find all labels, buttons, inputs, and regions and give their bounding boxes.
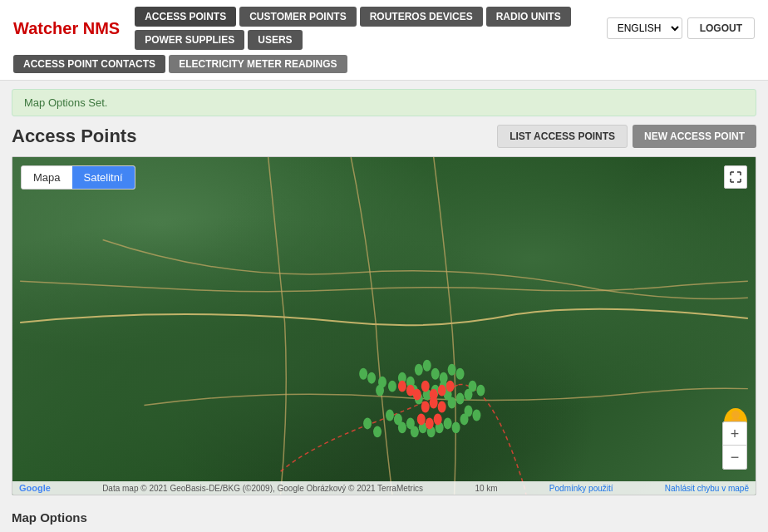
map-options-section: Map Options	[12, 504, 756, 531]
nav-access-points[interactable]: ACCESS POINTS	[135, 7, 236, 27]
page-header: Access Points LIST ACCESS POINTS NEW ACC…	[12, 125, 756, 148]
nav-customer-points[interactable]: CUSTOMER POINTS	[239, 7, 356, 27]
page-actions: LIST ACCESS POINTS NEW ACCESS POINT	[497, 125, 756, 148]
map-attribution-text: Data map © 2021 GeoBasis-DE/BKG (©2009),…	[102, 484, 423, 493]
map-background	[12, 157, 756, 495]
logo-text: Watcher	[13, 19, 78, 37]
page-title: Access Points	[12, 126, 136, 147]
sub-nav-electricity[interactable]: ELECTRICITY METER READINGS	[169, 55, 347, 73]
zoom-in-button[interactable]: +	[723, 422, 746, 446]
map-conditions[interactable]: Podmínky použití	[549, 484, 613, 493]
header-right: ENGLISH CZECH LOGOUT	[607, 17, 755, 39]
map-scale: 10 km	[475, 484, 497, 493]
nav-power-supplies[interactable]: POWER SUPPLIES	[135, 30, 244, 50]
header-top: Watcher NMS ACCESS POINTS CUSTOMER POINT…	[13, 7, 755, 50]
main-nav: ACCESS POINTS CUSTOMER POINTS ROUTEROS D…	[135, 7, 599, 50]
svg-point-54	[731, 411, 740, 419]
zoom-out-button[interactable]: −	[723, 446, 746, 469]
main-content: Access Points LIST ACCESS POINTS NEW ACC…	[12, 125, 756, 531]
sub-nav: ACCESS POINT CONTACTS ELECTRICITY METER …	[13, 55, 755, 73]
map-attribution: Google Data map © 2021 GeoBasis-DE/BKG (…	[12, 481, 756, 495]
map-report-error[interactable]: Nahlásit chybu v mapě	[665, 484, 749, 493]
nav-routeros-devices[interactable]: ROUTEROS DEVICES	[360, 7, 483, 27]
logout-button[interactable]: LOGOUT	[687, 17, 755, 39]
map-options-title[interactable]: Map Options	[12, 510, 756, 525]
alert-message: Map Options Set.	[24, 96, 107, 109]
logo-accent: NMS	[83, 19, 120, 37]
map-toggle-satellite[interactable]: Satelitní	[72, 166, 135, 189]
sub-nav-contacts[interactable]: ACCESS POINT CONTACTS	[13, 55, 165, 73]
google-logo: Google	[19, 483, 51, 493]
nav-users[interactable]: USERS	[248, 30, 302, 50]
map-fullscreen-button[interactable]	[724, 165, 747, 189]
header: Watcher NMS ACCESS POINTS CUSTOMER POINT…	[0, 0, 768, 81]
new-access-point-button[interactable]: NEW ACCESS POINT	[633, 125, 756, 148]
map-view-toggle: Mapa Satelitní	[21, 165, 135, 190]
alert-bar: Map Options Set.	[12, 89, 756, 116]
logo: Watcher NMS	[13, 19, 120, 38]
language-select[interactable]: ENGLISH CZECH	[607, 17, 682, 39]
map-toggle-mapa[interactable]: Mapa	[22, 166, 72, 189]
map-zoom-controls: + −	[722, 421, 747, 470]
list-access-points-button[interactable]: LIST ACCESS POINTS	[497, 125, 628, 148]
nav-radio-units[interactable]: RADIO UNITS	[486, 7, 571, 27]
fullscreen-icon	[730, 171, 741, 183]
map-container: Mapa Satelitní + − Google Data map © 202…	[12, 156, 756, 495]
